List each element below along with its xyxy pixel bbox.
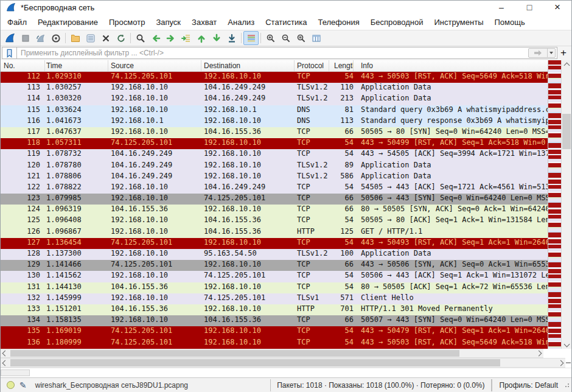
table-row[interactable]: 1161.041673192.168.10.1192.168.10.10DNS1… <box>1 116 571 127</box>
zoom-out-icon[interactable] <box>278 31 293 45</box>
column-header-protocol[interactable]: Protocol <box>295 60 329 71</box>
table-row[interactable]: 1131.030257192.168.10.10104.16.249.249TL… <box>1 83 571 94</box>
cell-proto: TCP <box>295 338 329 349</box>
scroll-left-arrow[interactable] <box>1 359 10 367</box>
table-row[interactable]: 1301.141562192.168.10.1074.125.205.101TC… <box>1 271 571 282</box>
expert-info-icon[interactable] <box>7 381 15 389</box>
find-packet-icon[interactable] <box>133 31 148 45</box>
apply-filter-button[interactable] <box>529 49 547 57</box>
table-row[interactable]: 1321.145999192.168.10.1074.125.205.101TL… <box>1 293 571 304</box>
table-row[interactable]: 1341.158135192.168.10.10104.16.155.36TCP… <box>1 315 571 326</box>
menu-item-tools[interactable]: Инструменты <box>428 16 489 29</box>
vertical-scrollbar-thumb[interactable] <box>562 114 571 149</box>
save-file-icon[interactable] <box>83 31 98 45</box>
menu-item-statistics[interactable]: Статистика <box>260 16 312 29</box>
column-header-time[interactable]: Time <box>45 60 108 71</box>
reload-file-icon[interactable] <box>113 31 128 45</box>
close-file-icon[interactable] <box>98 31 113 45</box>
table-row[interactable]: 1221.078822192.168.10.10104.16.249.249TC… <box>1 183 571 194</box>
menu-item-file[interactable]: Файл <box>2 16 32 29</box>
profile-selector[interactable]: Профиль: Default <box>492 379 565 391</box>
go-last-packet-icon[interactable] <box>209 31 224 45</box>
menu-item-telephony[interactable]: Телефония <box>312 16 364 29</box>
stop-capture-icon[interactable] <box>18 31 33 45</box>
table-row[interactable]: 1121.02931074.125.205.101192.168.10.10TC… <box>1 72 571 83</box>
zoom-normal-icon[interactable] <box>293 31 309 45</box>
table-row[interactable]: 1231.079985192.168.10.1074.125.205.101TC… <box>1 194 571 205</box>
go-back-icon[interactable] <box>148 31 163 45</box>
hscrollbar-thumb[interactable] <box>10 350 459 357</box>
minimize-button[interactable]: – <box>487 1 515 14</box>
chevron-right-icon <box>536 351 542 357</box>
filter-dropdown-button[interactable] <box>547 49 555 57</box>
table-row[interactable]: 1141.030320192.168.10.10104.16.249.249TL… <box>1 94 571 105</box>
cell-len: 54 <box>329 271 354 282</box>
status-bar: ✎ wireshark_Беспроводная сетьJ89DU1.pcap… <box>1 377 571 392</box>
pane-handle[interactable] <box>1 369 30 376</box>
display-filter-input[interactable] <box>16 47 557 59</box>
table-row[interactable]: 1261.096867192.168.10.10104.16.155.36HTT… <box>1 227 571 238</box>
zoom-in-icon[interactable] <box>263 31 278 45</box>
column-header-no[interactable]: No. <box>1 60 45 71</box>
resize-columns-icon[interactable] <box>309 31 324 45</box>
scroll-down-arrow[interactable] <box>562 339 571 349</box>
scroll-left-arrow[interactable] <box>1 349 10 357</box>
hscrollbar-thumb[interactable] <box>10 359 500 366</box>
cell-info: Client Hello <box>354 293 571 304</box>
cell-time: 1.136454 <box>45 238 108 249</box>
scroll-right-arrow[interactable] <box>556 359 565 367</box>
column-header-destination[interactable]: Destination <box>201 60 295 71</box>
column-header-length[interactable]: Length <box>329 60 354 71</box>
go-forward-icon[interactable] <box>163 31 178 45</box>
vertical-scrollbar[interactable] <box>561 60 571 349</box>
menu-item-view[interactable]: Просмотр <box>103 16 150 29</box>
scroll-up-arrow[interactable] <box>562 60 571 70</box>
restart-capture-icon[interactable] <box>33 31 48 45</box>
table-row[interactable]: 1201.078780104.16.249.249192.168.10.10TL… <box>1 161 571 172</box>
table-row[interactable]: 1271.13645474.125.205.101192.168.10.10TC… <box>1 238 571 249</box>
column-header-source[interactable]: Source <box>108 60 201 71</box>
pane-splitter-handle[interactable] <box>566 362 571 363</box>
cell-no: 126 <box>1 227 45 238</box>
table-row[interactable]: 1211.078806104.16.249.249192.168.10.10TL… <box>1 172 571 183</box>
filter-bookmark-button[interactable] <box>2 47 16 59</box>
table-row[interactable]: 1351.16901974.125.205.101192.168.10.10TC… <box>1 326 571 337</box>
table-row[interactable]: 1331.151201104.16.155.36192.168.10.10HTT… <box>1 304 571 315</box>
packet-list-hscrollbar[interactable] <box>1 349 543 358</box>
menu-item-capture[interactable]: Захват <box>186 16 222 29</box>
table-row[interactable]: 1151.033624192.168.10.10192.168.10.1DNS8… <box>1 105 571 116</box>
table-row[interactable]: 1361.18099974.125.205.101192.168.10.10TC… <box>1 338 571 349</box>
menu-item-analyze[interactable]: Анализ <box>222 16 260 29</box>
menu-item-wireless[interactable]: Беспроводной <box>365 16 429 29</box>
table-row[interactable]: 1311.144130104.16.155.36192.168.10.10TCP… <box>1 282 571 293</box>
start-capture-icon[interactable] <box>2 31 18 45</box>
table-row[interactable]: 1181.05731174.125.205.101192.168.10.10TC… <box>1 138 571 149</box>
scroll-right-arrow[interactable] <box>534 349 543 357</box>
table-row[interactable]: 1241.096319104.16.155.36192.168.10.10TCP… <box>1 205 571 215</box>
capture-options-icon[interactable] <box>48 31 63 45</box>
packet-map-minimap[interactable] <box>548 60 561 349</box>
maximize-button[interactable]: □ <box>515 1 543 14</box>
close-button[interactable]: × <box>543 1 571 14</box>
packet-list: No. Time Source Destination Protocol Len… <box>1 60 571 349</box>
menu-item-go[interactable]: Запуск <box>150 16 186 29</box>
cell-time: 1.047637 <box>45 127 108 138</box>
colorize-packets-icon[interactable] <box>243 31 259 45</box>
add-filter-button[interactable]: + <box>557 47 570 59</box>
cell-info: 54505 → 443 [ACK] Seq=1721 Ack=4561 Win=… <box>354 183 571 194</box>
table-row[interactable]: 1191.078732104.16.249.249192.168.10.10TC… <box>1 149 571 160</box>
table-row[interactable]: 1291.14146674.125.205.101192.168.10.10TC… <box>1 260 571 271</box>
secondary-hscrollbar[interactable] <box>1 358 565 368</box>
column-header-info[interactable]: Info <box>354 60 571 71</box>
table-row[interactable]: 1281.137300192.168.10.1095.163.54.50TLSv… <box>1 249 571 260</box>
auto-scroll-icon[interactable] <box>224 31 239 45</box>
table-row[interactable]: 1171.047637192.168.10.10104.16.155.36TCP… <box>1 127 571 138</box>
table-row[interactable]: 1251.096408192.168.10.10104.16.155.36TCP… <box>1 215 571 226</box>
menu-item-help[interactable]: Помощь <box>489 16 531 29</box>
resize-grip[interactable] <box>564 382 570 388</box>
go-first-packet-icon[interactable] <box>194 31 209 45</box>
go-to-packet-icon[interactable] <box>178 31 194 45</box>
open-file-icon[interactable] <box>68 31 83 45</box>
menu-item-edit[interactable]: Редактирование <box>32 16 103 29</box>
capture-comment-icon[interactable]: ✎ <box>19 380 27 390</box>
